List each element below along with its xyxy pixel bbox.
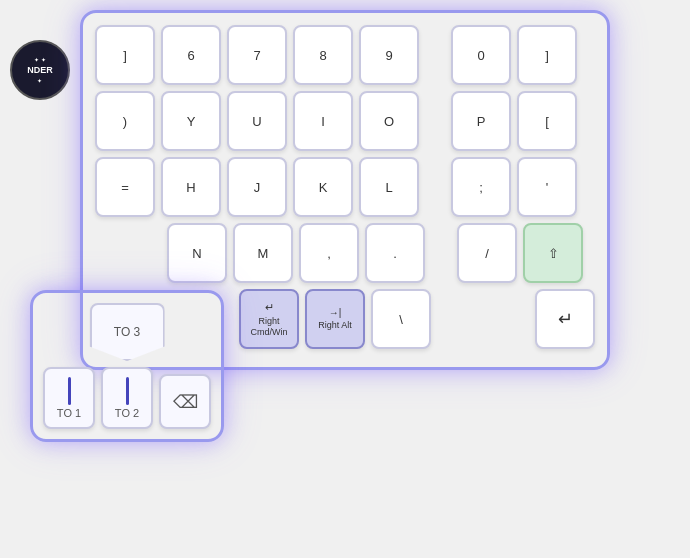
gap-5 — [437, 289, 457, 349]
key-backslash[interactable]: \ — [371, 289, 431, 349]
key-bracket-open-r1[interactable]: ] — [517, 25, 577, 85]
key-slash[interactable]: / — [457, 223, 517, 283]
key-0[interactable]: 0 — [451, 25, 511, 85]
key-row-2: ) Y U I O P [ — [95, 91, 595, 151]
key-h[interactable]: H — [161, 157, 221, 217]
gap-4 — [431, 223, 451, 283]
key-i[interactable]: I — [293, 91, 353, 151]
key-comma[interactable]: , — [299, 223, 359, 283]
key-8[interactable]: 8 — [293, 25, 353, 85]
gap-1 — [425, 25, 445, 85]
key-p[interactable]: P — [451, 91, 511, 151]
key-7[interactable]: 7 — [227, 25, 287, 85]
key-m[interactable]: M — [233, 223, 293, 283]
to1-indicator — [68, 377, 71, 405]
gap-3 — [425, 157, 445, 217]
key-l[interactable]: L — [359, 157, 419, 217]
key-right-cmd[interactable]: ↵ RightCmd/Win — [239, 289, 299, 349]
key-quote[interactable]: ' — [517, 157, 577, 217]
key-row-1: ] 6 7 8 9 0 ] — [95, 25, 595, 85]
key-bracket-open[interactable]: [ — [517, 91, 577, 151]
key-k[interactable]: K — [293, 157, 353, 217]
key-period[interactable]: . — [365, 223, 425, 283]
cluster-wrapper: TO 3 TO 1 TO 2 ⌫ — [30, 290, 224, 442]
key-semicolon[interactable]: ; — [451, 157, 511, 217]
key-backspace[interactable]: ⌫ — [159, 374, 211, 429]
cluster-bottom-row: TO 1 TO 2 ⌫ — [43, 367, 211, 429]
key-o[interactable]: O — [359, 91, 419, 151]
key-y[interactable]: Y — [161, 91, 221, 151]
key-9[interactable]: 9 — [359, 25, 419, 85]
key-paren-close[interactable]: ) — [95, 91, 155, 151]
key-u[interactable]: U — [227, 91, 287, 151]
key-6[interactable]: 6 — [161, 25, 221, 85]
key-shift[interactable]: ⇧ — [523, 223, 583, 283]
key-n[interactable]: N — [167, 223, 227, 283]
key-j[interactable]: J — [227, 157, 287, 217]
key-equals[interactable]: = — [95, 157, 155, 217]
thumb-cluster: TO 3 TO 1 TO 2 ⌫ — [30, 290, 224, 442]
key-row-3: = H J K L ; ' — [95, 157, 595, 217]
key-to1[interactable]: TO 1 — [43, 367, 95, 429]
avatar-label: NDER — [27, 65, 53, 75]
key-to3[interactable]: TO 3 — [90, 303, 165, 361]
gap-2 — [425, 91, 445, 151]
key-bracket-close[interactable]: ] — [95, 25, 155, 85]
empty-5c — [463, 289, 529, 349]
avatar: ✦ ✦ NDER ✦ — [10, 40, 70, 100]
key-row-4: N M , . / ⇧ — [95, 223, 595, 283]
key-to2[interactable]: TO 2 — [101, 367, 153, 429]
empty-4 — [95, 223, 161, 283]
key-right-alt[interactable]: →| Right Alt — [305, 289, 365, 349]
key-enter[interactable]: ↵ — [535, 289, 595, 349]
to2-indicator — [126, 377, 129, 405]
